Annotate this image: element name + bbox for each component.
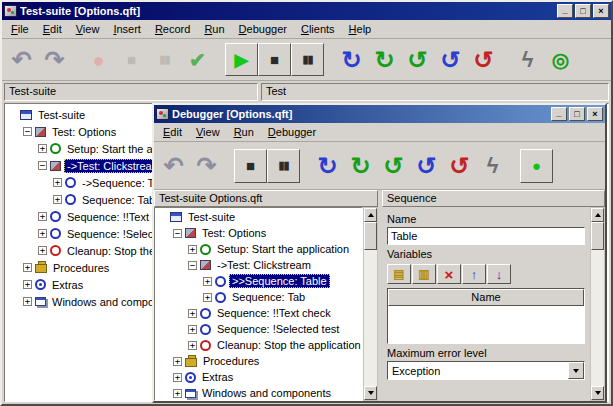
minimize-button[interactable]: _ xyxy=(557,4,573,18)
menu-item-edit[interactable]: Edit xyxy=(36,21,69,37)
expand-icon[interactable]: + xyxy=(203,277,212,286)
menu-item-help[interactable]: Help xyxy=(342,21,379,37)
scroll-up-button[interactable] xyxy=(364,208,377,222)
step-over-button[interactable]: ↻ xyxy=(368,43,401,76)
expand-icon[interactable]: + xyxy=(173,357,182,366)
scroll-track[interactable] xyxy=(364,222,377,386)
scroll-thumb[interactable] xyxy=(591,222,604,250)
skip-out-button[interactable]: ↺ xyxy=(467,43,500,76)
scroll-down-button[interactable] xyxy=(591,386,604,400)
close-button[interactable]: × xyxy=(587,107,603,121)
move-down-button[interactable]: ↓ xyxy=(487,264,511,284)
skip-over-button[interactable]: ↺ xyxy=(434,43,467,76)
collapse-icon[interactable]: − xyxy=(38,161,47,170)
expand-icon[interactable]: + xyxy=(188,325,197,334)
expand-icon[interactable]: + xyxy=(38,144,47,153)
max-error-combobox[interactable]: Exception xyxy=(387,361,585,380)
tree-item[interactable]: +Windows and components xyxy=(155,385,362,401)
step-in-button[interactable]: ↻ xyxy=(335,43,368,76)
scroll-thumb[interactable] xyxy=(364,222,377,250)
expand-icon[interactable]: + xyxy=(23,280,32,289)
delete-row-button[interactable]: × xyxy=(437,264,461,284)
insert-row-button[interactable]: ▥ xyxy=(412,264,436,284)
target-button[interactable]: ◎ xyxy=(544,43,577,76)
scroll-track[interactable] xyxy=(591,222,604,386)
menu-item-run[interactable]: Run xyxy=(227,124,261,140)
tree-item[interactable]: +Sequence: !!Text check xyxy=(155,305,362,321)
collapse-icon[interactable]: − xyxy=(23,127,32,136)
expand-icon[interactable]: + xyxy=(173,373,182,382)
skip-out-button[interactable]: ↺ xyxy=(443,149,476,183)
step-in-button[interactable]: ↻ xyxy=(311,149,344,183)
variables-table-header[interactable]: Name xyxy=(388,289,584,306)
collapse-icon[interactable]: − xyxy=(188,261,197,270)
expand-icon[interactable]: + xyxy=(38,212,47,221)
tree-item[interactable]: +Procedures xyxy=(155,353,362,369)
skip-over-button[interactable]: ↺ xyxy=(410,149,443,183)
expand-icon[interactable]: + xyxy=(188,341,197,350)
lightning-button[interactable]: ϟ xyxy=(476,149,509,183)
step-out-button[interactable]: ↺ xyxy=(401,43,434,76)
menu-item-clients[interactable]: Clients xyxy=(294,21,342,37)
expand-icon[interactable]: + xyxy=(38,229,47,238)
play-button[interactable]: ▶ xyxy=(225,43,258,76)
expand-icon[interactable]: + xyxy=(173,389,182,398)
menu-item-record[interactable]: Record xyxy=(148,21,197,37)
main-titlebar[interactable]: Test-suite [Options.qft] _ □ × xyxy=(2,2,611,20)
combo-dropdown-button[interactable] xyxy=(568,362,584,379)
expand-icon[interactable]: + xyxy=(53,178,62,187)
undo-icon: ↶ xyxy=(11,48,31,72)
expand-icon[interactable]: + xyxy=(38,246,47,255)
tree-item[interactable]: Test-suite xyxy=(155,209,362,225)
pause-button[interactable]: ▮▮ xyxy=(267,149,300,183)
maximize-button[interactable]: □ xyxy=(575,4,591,18)
undo-button[interactable]: ↶ xyxy=(157,149,190,183)
stop-button[interactable]: ■ xyxy=(258,43,291,76)
detail-scrollbar[interactable] xyxy=(590,207,605,401)
move-up-button[interactable]: ↑ xyxy=(462,264,486,284)
tree-item[interactable]: −Test: Options xyxy=(155,225,362,241)
tree-item[interactable]: +Sequence: !Selected test xyxy=(155,321,362,337)
add-row-button[interactable]: ▤ xyxy=(387,264,411,284)
tree-item[interactable]: +>>Sequence: Table xyxy=(155,273,362,289)
tree-item[interactable]: +Sequence: Tab xyxy=(155,289,362,305)
expand-icon[interactable]: + xyxy=(23,297,32,306)
name-input[interactable]: Table xyxy=(387,227,585,245)
menu-item-edit[interactable]: Edit xyxy=(156,124,189,140)
check-button[interactable]: ✔ xyxy=(181,43,214,76)
stop-button[interactable]: ■ xyxy=(234,149,267,183)
step-out-button[interactable]: ↺ xyxy=(377,149,410,183)
lightning-button[interactable]: ϟ xyxy=(511,43,544,76)
redo-button[interactable]: ↷ xyxy=(190,149,223,183)
menu-item-view[interactable]: View xyxy=(189,124,227,140)
step-over-button[interactable]: ↻ xyxy=(344,149,377,183)
menu-item-run[interactable]: Run xyxy=(197,21,231,37)
expand-icon[interactable]: + xyxy=(188,245,197,254)
menu-item-debugger[interactable]: Debugger xyxy=(232,21,294,37)
menu-item-view[interactable]: View xyxy=(69,21,107,37)
led-button[interactable]: ● xyxy=(520,149,553,183)
close-button[interactable]: × xyxy=(593,4,609,18)
maximize-button[interactable]: □ xyxy=(569,107,585,121)
expand-icon[interactable]: + xyxy=(53,195,62,204)
menu-item-insert[interactable]: Insert xyxy=(106,21,148,37)
undo-button[interactable]: ↶ xyxy=(5,43,38,76)
tree-item[interactable]: +Cleanup: Stop the application xyxy=(155,337,362,353)
menu-item-file[interactable]: File xyxy=(4,21,36,37)
scroll-down-button[interactable] xyxy=(364,386,377,400)
menu-item-debugger[interactable]: Debugger xyxy=(261,124,323,140)
tree-item[interactable]: +Setup: Start the application xyxy=(155,241,362,257)
tree-item[interactable]: +Extras xyxy=(155,369,362,385)
collapse-icon[interactable]: − xyxy=(173,229,182,238)
expand-icon[interactable]: + xyxy=(23,263,32,272)
pause-button[interactable]: ▮▮ xyxy=(291,43,324,76)
tree-item[interactable]: −->Test: Clickstream xyxy=(155,257,362,273)
expand-icon[interactable]: + xyxy=(188,309,197,318)
tree-scrollbar[interactable] xyxy=(363,207,378,401)
minimize-button[interactable]: _ xyxy=(551,107,567,121)
debugger-titlebar[interactable]: Debugger [Options.qft] _ □ × xyxy=(154,105,605,123)
scroll-up-button[interactable] xyxy=(591,208,604,222)
target-icon: ◎ xyxy=(552,50,569,70)
redo-button[interactable]: ↷ xyxy=(38,43,71,76)
expand-icon[interactable]: + xyxy=(203,293,212,302)
